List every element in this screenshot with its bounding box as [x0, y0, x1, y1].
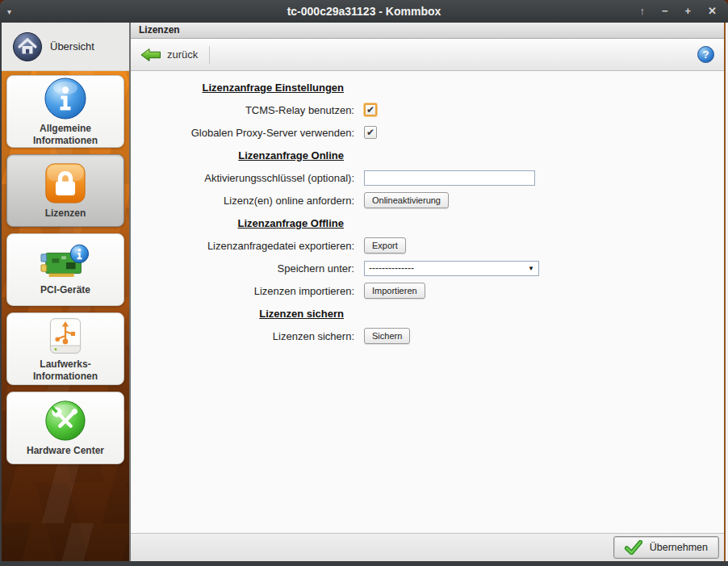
tools-icon [44, 399, 87, 442]
app-body: Übersicht Allgemei [0, 23, 728, 561]
checkmark-icon: ✔ [366, 127, 374, 138]
sidebar-item-label: Hardware Center [22, 445, 109, 457]
sidebar-item-label: PCI-Geräte [36, 284, 95, 296]
section-heading-row: Lizenzanfrage Einstellungen [131, 76, 724, 99]
global-proxy-row: Globalen Proxy-Server verwenden: ✔ [131, 121, 724, 144]
apply-button[interactable]: Übernehmen [613, 536, 719, 559]
help-icon[interactable]: ? [697, 46, 714, 63]
window-controls: ↑ − + ✕ [639, 0, 717, 23]
export-file-label: Lizenzanfragedatei exportieren: [131, 240, 361, 252]
pci-card-icon [40, 243, 90, 282]
heading-lizenzen-sichern: Lizenzen sichern [131, 308, 361, 320]
license-form: Lizenzanfrage Einstellungen TCMS-Relay b… [131, 71, 724, 533]
activation-key-input[interactable] [364, 170, 535, 186]
activation-key-row: Aktivierungsschlüssel (optional): [131, 166, 724, 189]
rollup-button[interactable]: ↑ [639, 0, 645, 23]
sidebar: Übersicht Allgemei [2, 23, 129, 561]
apply-button-label: Übernehmen [650, 542, 708, 553]
global-proxy-checkbox[interactable]: ✔ [364, 126, 377, 139]
request-online-label: Lizenz(en) online anfordern: [131, 195, 361, 207]
export-file-row: Lizenzanfragedatei exportieren: Export [131, 234, 724, 257]
back-button-label: zurück [167, 48, 198, 61]
sidebar-item-laufwerks-informationen[interactable]: Laufwerks-Informationen [6, 312, 124, 385]
sidebar-item-label: Lizenzen [40, 208, 91, 220]
sidebar-item-uebersicht[interactable]: Übersicht [2, 23, 129, 71]
save-as-selected-option: -------------- [369, 262, 414, 274]
sidebar-item-hardware-center[interactable]: Hardware Center [6, 392, 124, 464]
lock-icon [44, 161, 87, 205]
checkmark-icon: ✔ [366, 104, 374, 115]
online-activation-button[interactable]: Onlineaktivierung [364, 192, 449, 208]
backup-licenses-label: Lizenzen sichern: [131, 330, 361, 342]
close-button[interactable]: ✕ [708, 0, 717, 23]
chevron-down-icon: ▼ [528, 265, 534, 272]
section-heading-row: Lizenzanfrage Offline [131, 212, 724, 234]
tcms-relay-label: TCMS-Relay benutzen: [131, 104, 361, 116]
import-licenses-label: Lizenzen importieren: [131, 285, 361, 297]
heading-lizenzanfrage-online: Lizenzanfrage Online [131, 149, 361, 161]
sidebar-navigation: Allgemeine Informationen [2, 71, 129, 561]
sidebar-item-allgemeine-informationen[interactable]: Allgemeine Informationen [6, 75, 124, 148]
tcms-relay-checkbox[interactable]: ✔ [364, 103, 377, 116]
sidebar-item-label: Laufwerks-Informationen [7, 358, 123, 383]
back-arrow-icon [140, 48, 161, 62]
activation-key-label: Aktivierungsschlüssel (optional): [131, 172, 361, 184]
save-as-label: Speichern unter: [131, 262, 361, 275]
import-button[interactable]: Importieren [364, 283, 425, 299]
export-button[interactable]: Export [364, 237, 406, 254]
tcms-relay-row: TCMS-Relay benutzen: ✔ [131, 99, 724, 121]
heading-lizenzanfrage-offline: Lizenzanfrage Offline [131, 217, 361, 229]
request-online-row: Lizenz(en) online anfordern: Onlineaktiv… [131, 189, 724, 212]
sidebar-item-label: Übersicht [50, 40, 94, 52]
home-icon [12, 31, 43, 62]
save-as-row: Speichern unter: -------------- ▼ [131, 257, 724, 279]
toolbar: zurück ? [131, 39, 724, 71]
info-icon [44, 77, 87, 120]
window-bottom-border [0, 561, 728, 566]
sidebar-item-lizenzen[interactable]: Lizenzen [6, 154, 124, 227]
heading-lizenzanfrage-einstellungen: Lizenzanfrage Einstellungen [131, 82, 361, 94]
app-window: ▾ tc-000c29a31123 - Kommbox ↑ − + ✕ [0, 0, 728, 566]
back-button[interactable]: zurück [140, 48, 198, 62]
section-heading-row: Lizenzanfrage Online [131, 144, 724, 166]
toolbar-separator [209, 46, 210, 64]
maximize-button[interactable]: + [685, 0, 692, 23]
sidebar-item-pci-geraete[interactable]: PCI-Geräte [6, 233, 124, 306]
backup-button[interactable]: Sichern [364, 328, 410, 344]
main-panel: Lizenzen zurück ? [129, 23, 726, 561]
backup-licenses-row: Lizenzen sichern: Sichern [131, 325, 724, 347]
window-titlebar: ▾ tc-000c29a31123 - Kommbox ↑ − + ✕ [0, 0, 728, 23]
save-as-dropdown[interactable]: -------------- ▼ [364, 261, 539, 276]
panel-title: Lizenzen [131, 23, 724, 39]
minimize-button[interactable]: − [662, 0, 668, 23]
global-proxy-label: Globalen Proxy-Server verwenden: [131, 127, 361, 139]
import-licenses-row: Lizenzen importieren: Importieren [131, 279, 724, 302]
footer-bar: Übernehmen [131, 533, 724, 561]
window-title: tc-000c29a31123 - Kommbox [0, 5, 728, 18]
check-icon [625, 540, 642, 555]
sidebar-item-label: Allgemeine Informationen [7, 123, 123, 147]
usb-drive-icon [44, 316, 86, 356]
section-heading-row: Lizenzen sichern [131, 302, 724, 325]
